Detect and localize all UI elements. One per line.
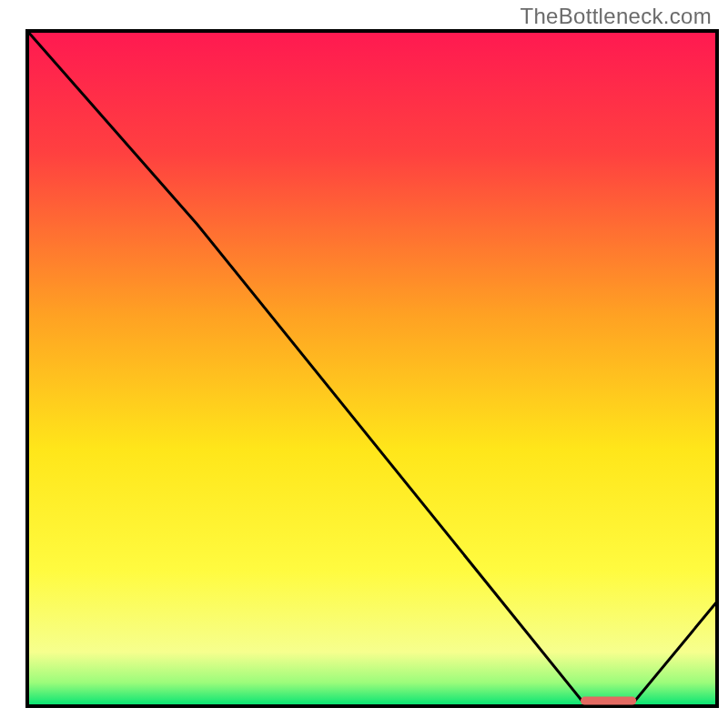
plot-area: [27, 31, 717, 706]
bottleneck-chart: [0, 0, 728, 728]
gradient-background: [27, 31, 717, 706]
chart-root: TheBottleneck.com: [0, 0, 728, 728]
watermark-text: TheBottleneck.com: [520, 4, 712, 29]
